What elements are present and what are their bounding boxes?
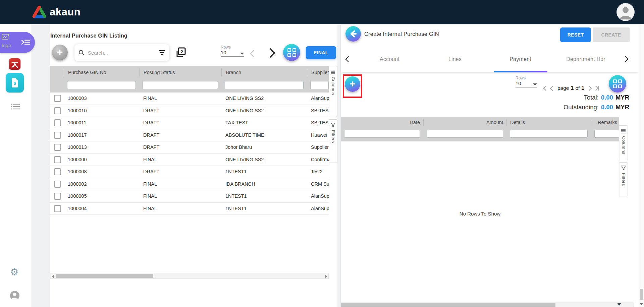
search-icon — [78, 50, 85, 56]
tabs-scroll-right[interactable] — [622, 56, 628, 62]
scrollbar-thumb[interactable] — [56, 274, 153, 278]
table-row[interactable]: 1000013 DRAFT Johor Bharu Supplier C — [50, 141, 329, 154]
tab-lines[interactable]: Lines — [422, 46, 488, 72]
horizontal-scrollbar[interactable] — [341, 302, 634, 307]
filter-input-gin[interactable] — [67, 81, 136, 89]
cell-gin: 1000002 — [64, 178, 139, 190]
reset-button[interactable]: RESET — [560, 27, 591, 42]
user-avatar[interactable] — [616, 3, 635, 21]
filter-input-remarks[interactable] — [594, 130, 619, 138]
table-row[interactable]: 1000003 FINAL ONE LIVING SS2 AlanSupp — [50, 93, 329, 105]
col-header-details[interactable]: Details — [506, 119, 591, 126]
col-header-supplier[interactable]: Supplier N — [307, 68, 329, 76]
scrollbar-thumb[interactable] — [341, 303, 555, 307]
row-checkbox[interactable] — [54, 107, 61, 114]
col-header-status[interactable]: Posting Status — [139, 68, 221, 76]
table-row[interactable]: 1000017 DRAFT ABSOLUTE TIME Huawei — [50, 129, 329, 142]
rows-value: 10 — [516, 80, 521, 86]
col-header-remarks[interactable]: Remarks — [591, 119, 619, 126]
app-sidebar: logo $ ⚙ — [0, 24, 32, 307]
table-row[interactable]: 1000000 FINAL ONE LIVING SS2 Confirmat — [50, 154, 329, 166]
row-checkbox[interactable] — [54, 156, 61, 163]
sidebar-profile-icon[interactable] — [10, 291, 20, 302]
tab-payment[interactable]: Payment — [488, 46, 553, 72]
table-row[interactable]: 1000008 DRAFT 1NTEST1 Test2 — [50, 166, 329, 178]
table-row[interactable]: 1000010 DRAFT ONE LIVING SS2 SB-TEST-S — [50, 105, 329, 117]
final-filter-button[interactable]: FINAL — [306, 46, 336, 59]
scrollbar-thumb[interactable] — [640, 289, 643, 300]
add-record-button[interactable]: + — [52, 45, 68, 60]
prev-page-button[interactable] — [250, 50, 258, 58]
filter-input-status[interactable] — [143, 81, 218, 89]
rows-per-page[interactable]: Rows 10 — [516, 76, 537, 87]
settings-gear-icon[interactable]: ⚙ — [10, 267, 18, 277]
scroll-down-arrow[interactable] — [640, 303, 643, 305]
scroll-left-arrow[interactable] — [52, 275, 54, 278]
back-button[interactable] — [345, 26, 361, 42]
outstanding-value: 0.00 — [601, 104, 613, 111]
create-button[interactable]: CREATE — [593, 27, 630, 42]
cell-gin: 1000000 — [64, 154, 139, 166]
row-checkbox[interactable] — [54, 168, 61, 175]
next-page-button[interactable] — [266, 48, 275, 58]
last-page-button[interactable] — [594, 86, 599, 90]
filter-input-amount[interactable] — [427, 130, 503, 138]
prev-page-button[interactable] — [550, 85, 555, 91]
filter-input-details[interactable] — [510, 130, 588, 138]
col-header-gin[interactable]: Purchase GIN No — [64, 68, 139, 76]
col-header-branch[interactable]: Branch — [221, 68, 307, 76]
cell-supplier: AlanSupp — [307, 93, 329, 104]
first-page-button[interactable] — [543, 86, 548, 90]
columns-icon — [621, 129, 626, 133]
row-checkbox[interactable] — [54, 132, 61, 139]
rows-select[interactable]: 10 — [516, 80, 537, 87]
table-row[interactable]: 1000002 FINAL IDA BRANCH CRM Supp — [50, 178, 329, 191]
columns-side-tab[interactable]: Columns — [619, 125, 628, 160]
grid-view-button[interactable] — [283, 44, 300, 61]
rows-per-page[interactable]: Rows 10 — [221, 45, 244, 57]
sidebar-app-invoice[interactable]: $ — [6, 73, 24, 93]
row-checkbox[interactable] — [54, 119, 61, 126]
akaun-triangle-icon — [32, 6, 46, 18]
col-header-date[interactable]: Date — [341, 119, 423, 126]
columns-side-tab[interactable]: Columns — [329, 66, 337, 117]
add-payment-button[interactable]: + — [345, 76, 360, 92]
next-page-button[interactable] — [587, 85, 592, 91]
table-row[interactable]: 1000004 FINAL 1NTEST1 AlanSupp — [50, 203, 329, 215]
sidebar-app-bigledger[interactable] — [9, 58, 20, 70]
duplicate-layer-icon[interactable]: 2 — [174, 46, 186, 58]
filter-input-date[interactable] — [344, 130, 420, 138]
filter-input-supplier[interactable] — [310, 81, 329, 89]
rows-label: Rows — [221, 45, 244, 50]
sidebar-list-item[interactable] — [11, 103, 20, 111]
scroll-down-arrow[interactable] — [617, 303, 621, 306]
search-box[interactable] — [74, 44, 169, 61]
total-value: 0.00 — [601, 94, 613, 101]
scroll-right-arrow[interactable] — [325, 275, 327, 278]
sidebar-logo-pill[interactable]: logo — [0, 32, 35, 53]
rows-select[interactable]: 10 — [221, 50, 244, 57]
filter-sort-icon[interactable] — [159, 50, 165, 55]
filters-side-tab[interactable]: Filters — [619, 162, 628, 196]
tabs-scroll-left[interactable] — [345, 56, 351, 62]
horizontal-scrollbar[interactable] — [50, 273, 329, 279]
row-checkbox[interactable] — [54, 144, 61, 151]
row-checkbox[interactable] — [54, 95, 61, 102]
row-checkbox[interactable] — [54, 205, 61, 212]
grid-view-button[interactable] — [609, 75, 626, 93]
tab-department-hdr[interactable]: Department Hdr — [553, 46, 619, 72]
row-checkbox[interactable] — [54, 193, 61, 200]
menu-open-icon[interactable] — [21, 39, 30, 46]
filters-side-tab[interactable]: Filters — [329, 119, 337, 163]
table-row[interactable]: 1000011 DRAFT TAX TEST SB-TEST-S — [50, 117, 329, 129]
table-row[interactable]: 1000005 FINAL 1NTEST1 AlanSupp — [50, 190, 329, 203]
rows-label: Rows — [516, 76, 537, 80]
search-input[interactable] — [87, 50, 159, 56]
outstanding-line: Outstanding: 0.00 MYR — [564, 104, 629, 111]
col-header-amount[interactable]: Amount — [423, 119, 506, 126]
filter-input-branch[interactable] — [225, 81, 304, 89]
row-checkbox[interactable] — [54, 181, 61, 188]
tab-account[interactable]: Account — [357, 46, 422, 72]
cell-gin: 1000011 — [64, 117, 139, 129]
vertical-scrollbar[interactable] — [639, 25, 644, 307]
